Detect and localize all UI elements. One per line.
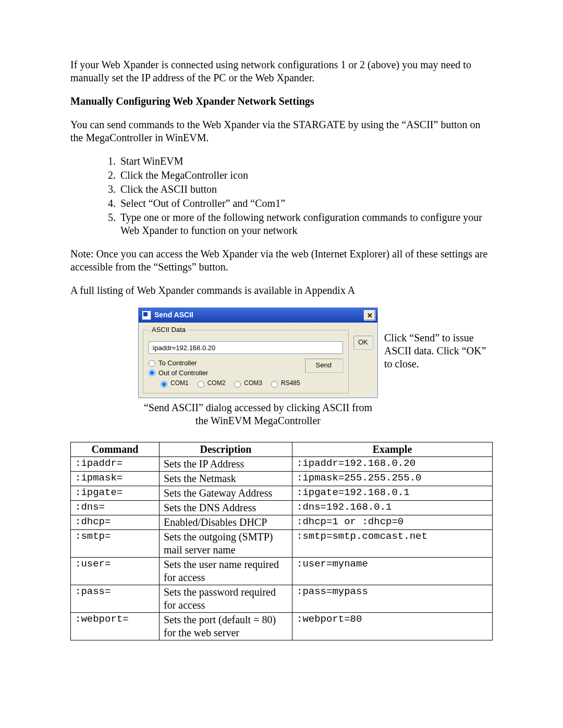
step-item: Click the ASCII button	[118, 183, 493, 196]
section-heading: Manually Configuring Web Xpander Network…	[70, 95, 493, 108]
appendix-paragraph: A full listing of Web Xpander commands i…	[70, 284, 493, 297]
step-item: Type one or more of the following networ…	[118, 211, 493, 237]
table-row: :ipaddr=Sets the IP Address:ipaddr=192.1…	[71, 456, 493, 471]
dialog-caption: “Send ASCII” dialog accessed by clicking…	[138, 401, 378, 427]
port-options: COM1 COM2 COM3 RS485	[158, 379, 300, 388]
table-row: :pass=Sets the password required for acc…	[71, 585, 493, 612]
step-item: Select “Out of Controller” and “Com1”	[118, 197, 493, 210]
steps-list: Start WinEVM Click the MegaController ic…	[70, 155, 493, 237]
radio-out-of-controller[interactable]: Out of Controller	[149, 369, 300, 377]
intro2-paragraph: You can send commands to the Web Xpander…	[70, 118, 493, 144]
radio-to-controller-input[interactable]	[149, 360, 155, 367]
radio-out-of-controller-input[interactable]	[149, 369, 155, 376]
close-icon[interactable]: ✕	[364, 310, 375, 320]
intro-paragraph: If your Web Xpander is connected using n…	[70, 58, 493, 84]
table-row: :dhcp=Enabled/Disables DHCP:dhcp=1 or :d…	[71, 515, 493, 529]
table-row: :ipmask=Sets the Netmask:ipmask=255.255.…	[71, 471, 493, 486]
ascii-data-legend: ASCII Data	[150, 326, 188, 334]
table-row: :smtp=Sets the outgoing (SMTP) mail serv…	[71, 529, 493, 557]
radio-out-of-controller-label: Out of Controller	[158, 369, 208, 377]
radio-to-controller-label: To Controller	[158, 359, 197, 367]
radio-com2[interactable]: COM2	[195, 379, 226, 388]
ascii-data-group: ASCII Data To Controller Out of Controll…	[143, 326, 349, 393]
radio-rs485[interactable]: RS485	[268, 379, 300, 388]
table-row: :ipgate=Sets the Gateway Address:ipgate=…	[71, 486, 493, 500]
col-example: Example	[292, 442, 493, 456]
radio-com3[interactable]: COM3	[231, 379, 262, 388]
window-icon	[142, 311, 151, 320]
step-item: Click the MegaController icon	[118, 169, 493, 182]
ascii-input[interactable]	[149, 341, 343, 354]
radio-to-controller[interactable]: To Controller	[149, 359, 300, 367]
send-ascii-dialog: Send ASCII ✕ ASCII Data To Controller	[138, 307, 378, 398]
command-table: Command Description Example :ipaddr=Sets…	[70, 442, 493, 640]
ok-button[interactable]: OK	[353, 335, 373, 350]
table-row: :user=Sets the user name required for ac…	[71, 557, 493, 585]
note-paragraph: Note: Once you can access the Web Xpande…	[70, 248, 493, 274]
command-table-body: :ipaddr=Sets the IP Address:ipaddr=192.1…	[71, 456, 493, 640]
table-row: :webport=Sets the port (default = 80) fo…	[71, 612, 493, 640]
col-command: Command	[71, 442, 160, 456]
side-note: Click “Send” to issue ASCII data. Click …	[384, 307, 493, 371]
dialog-titlebar[interactable]: Send ASCII ✕	[139, 308, 377, 323]
radio-com1[interactable]: COM1	[158, 379, 189, 388]
dialog-title: Send ASCII	[154, 311, 364, 320]
step-item: Start WinEVM	[118, 155, 493, 168]
send-button[interactable]: Send	[304, 358, 343, 373]
table-row: :dns=Sets the DNS Address:dns=192.168.0.…	[71, 500, 493, 515]
col-description: Description	[160, 442, 292, 456]
